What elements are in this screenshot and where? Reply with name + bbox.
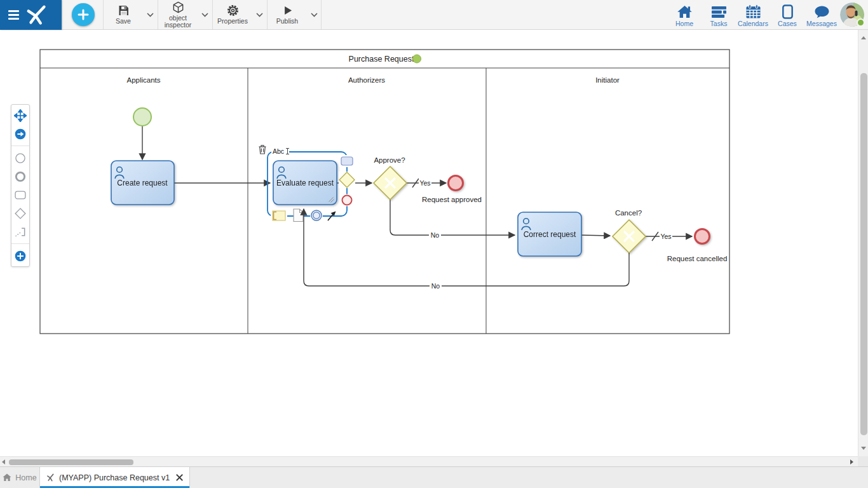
add-button[interactable]: [72, 3, 95, 26]
gateway-label-cancel: Cancel?: [615, 209, 642, 217]
cases-icon: [780, 4, 795, 19]
data-object-icon[interactable]: [294, 209, 303, 222]
pool-status-dot: [413, 55, 421, 63]
start-event[interactable]: [133, 108, 151, 126]
end-event-request-approved[interactable]: [449, 176, 463, 191]
tab-active-label: (MYAPP) Purchase Request v1: [59, 473, 170, 482]
tab-purchase-request[interactable]: (MYAPP) Purchase Request v1: [39, 467, 190, 488]
palette-add-tool[interactable]: [13, 249, 27, 262]
nav-home[interactable]: Home: [667, 0, 702, 30]
task-evaluate-request[interactable]: Evaluate request: [273, 161, 337, 205]
palette-gateway-tool[interactable]: [13, 207, 27, 220]
publish-label: Publish: [276, 18, 298, 25]
bpmn-diagram[interactable]: Purchase Request Applicants Authorizers …: [0, 30, 858, 456]
vertical-scroll-thumb[interactable]: [860, 73, 867, 435]
nav-tasks-label: Tasks: [710, 20, 728, 27]
palette-start-event-tool[interactable]: [13, 151, 27, 165]
object-inspector-dropdown-caret[interactable]: [198, 0, 212, 29]
palette-annotation-tool[interactable]: [13, 225, 27, 238]
object-inspector-label: object inspector: [159, 15, 197, 29]
process-icon: [46, 473, 55, 482]
rename-hint[interactable]: Abc: [273, 147, 284, 155]
cube-icon: [172, 1, 185, 14]
lane-label-authorizers: Authorizers: [348, 76, 385, 84]
tasks-icon: [711, 4, 727, 19]
properties-dropdown-caret[interactable]: [252, 0, 266, 29]
move-icon: [14, 109, 27, 122]
lane-label-applicants: Applicants: [126, 76, 160, 84]
object-inspector-group: object inspector: [158, 0, 212, 29]
home-icon: [3, 473, 11, 482]
chevron-down-icon: [311, 13, 318, 17]
menu-icon[interactable]: [8, 10, 19, 20]
label-approve-no: No: [431, 231, 440, 239]
horizontal-scrollbar[interactable]: [0, 456, 858, 466]
palette-task-tool[interactable]: [13, 188, 27, 201]
palette-move-tool[interactable]: [13, 109, 27, 122]
top-toolbar: Save object inspector: [0, 0, 868, 30]
gateway-label-approve: Approve?: [374, 156, 405, 164]
task-label: Evaluate request: [276, 179, 334, 187]
close-tab-icon[interactable]: [176, 474, 183, 481]
nav-cases[interactable]: Cases: [770, 0, 804, 30]
scroll-up-arrow-icon[interactable]: [861, 36, 866, 39]
nav-home-label: Home: [675, 20, 693, 27]
label-cancel-no: No: [431, 282, 440, 290]
task-label: Correct request: [524, 230, 576, 239]
scroll-left-arrow-icon[interactable]: [2, 459, 5, 464]
bpmn-palette: [11, 104, 30, 267]
append-end-event-icon[interactable]: [342, 196, 352, 205]
object-inspector-button[interactable]: object inspector: [158, 0, 198, 29]
publish-button[interactable]: Publish: [268, 0, 307, 29]
top-navigation: Home Tasks Calendars: [667, 0, 839, 30]
save-button[interactable]: Save: [104, 0, 143, 29]
app-logo-icon[interactable]: [25, 3, 50, 27]
end-event-label-approved: Request approved: [422, 196, 482, 203]
gateway-icon: [14, 207, 27, 220]
diagram-canvas[interactable]: Purchase Request Applicants Authorizers …: [0, 30, 858, 456]
publish-dropdown-caret[interactable]: [307, 0, 321, 29]
plus-circle-icon: [14, 250, 27, 262]
palette-separator: [11, 243, 29, 244]
scroll-down-arrow-icon[interactable]: [861, 447, 866, 450]
nav-calendars[interactable]: Calendars: [736, 0, 770, 30]
annotation-icon: [14, 226, 27, 238]
flow-correct-to-cancel[interactable]: [581, 235, 610, 236]
online-status-dot: [857, 18, 865, 27]
chevron-down-icon: [256, 13, 263, 17]
play-icon: [281, 4, 294, 17]
end-event-request-cancelled[interactable]: [695, 229, 710, 244]
toolbar-actions: Save object inspector: [103, 0, 322, 29]
user-avatar[interactable]: [840, 3, 864, 27]
message-bubble-icon: [814, 4, 830, 19]
horizontal-scroll-thumb[interactable]: [9, 459, 133, 465]
task-label: Create request: [117, 179, 168, 187]
nav-tasks[interactable]: Tasks: [702, 0, 736, 30]
tab-home-label: Home: [15, 473, 36, 482]
chevron-down-icon: [147, 13, 154, 17]
lane-label-initiator: Initiator: [595, 76, 620, 84]
task-create-request[interactable]: Create request: [111, 161, 174, 205]
gear-icon: [226, 4, 240, 17]
plus-icon: [77, 8, 90, 21]
append-task-icon[interactable]: [341, 157, 353, 165]
task-icon: [14, 189, 27, 201]
intermediate-event-icon[interactable]: [311, 210, 322, 220]
nav-messages[interactable]: Messages: [804, 0, 839, 30]
scroll-right-arrow-icon[interactable]: [850, 459, 853, 464]
save-dropdown-caret[interactable]: [143, 0, 157, 29]
properties-button[interactable]: Properties: [213, 0, 252, 29]
task-correct-request[interactable]: Correct request: [518, 212, 581, 256]
brand-block: [0, 0, 62, 30]
tab-home[interactable]: Home: [0, 467, 39, 488]
palette-sequence-flow-tool[interactable]: [13, 127, 27, 140]
sequence-flow-icon: [14, 128, 27, 140]
palette-end-event-tool[interactable]: [13, 170, 27, 183]
label-cancel-yes: Yes: [660, 233, 671, 240]
nav-calendars-label: Calendars: [738, 20, 768, 27]
vertical-scrollbar[interactable]: [858, 30, 868, 456]
home-icon: [677, 4, 693, 19]
save-group: Save: [103, 0, 158, 29]
save-label: Save: [116, 18, 131, 25]
save-icon: [117, 4, 130, 17]
